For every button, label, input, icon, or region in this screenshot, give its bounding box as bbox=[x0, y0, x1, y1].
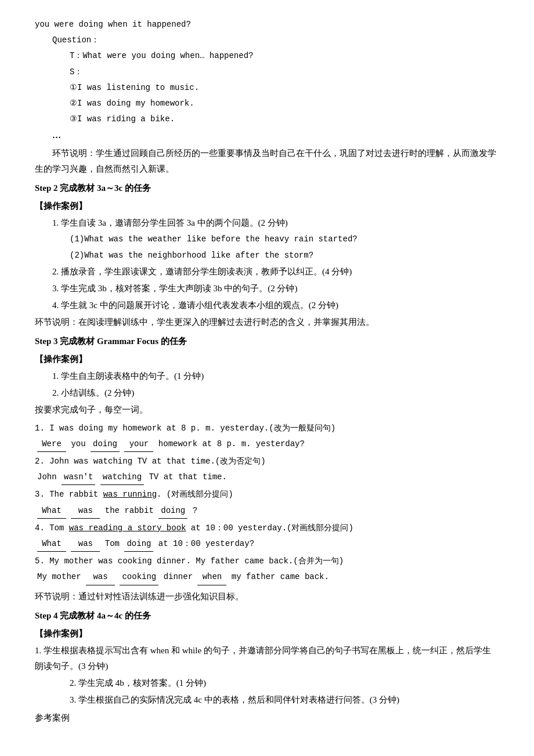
s-answer-2: ②I was doing my homework. bbox=[70, 96, 499, 111]
ex4-blank-1: What bbox=[37, 537, 66, 552]
ex5-blank-1: was bbox=[86, 570, 115, 585]
ex2-answer: John wasn't watching TV at that time. bbox=[35, 470, 499, 485]
question-s: S： bbox=[70, 65, 499, 79]
ex5-text: 5. My mother was cooking dinner. My fath… bbox=[35, 554, 499, 569]
ex2-blank-1: wasn't bbox=[62, 470, 95, 485]
section-note-3: 环节说明：通过针对性语法训练进一步强化知识目标。 bbox=[35, 589, 499, 605]
step2-item-2: (1)What was the weather like before the … bbox=[52, 232, 499, 247]
step4-items: 1. 学生根据表格提示写出含有 when 和 while 的句子，并邀请部分同学… bbox=[35, 643, 499, 708]
exercise-1: 1. I was doing my homework at 8 p. m. ye… bbox=[35, 421, 499, 452]
s-answer-3: ③I was riding a bike. bbox=[70, 112, 499, 126]
ref-example: 参考案例 bbox=[35, 710, 499, 726]
ex2-blank-2: watching bbox=[100, 470, 144, 485]
ex4-blank-2: was bbox=[71, 537, 100, 552]
step2-item-3: (2)What was the neighborhood like after … bbox=[52, 248, 499, 263]
section-note-2: 环节说明：在阅读理解训练中，学生更深入的理解过去进行时态的含义，并掌握其用法。 bbox=[35, 314, 499, 330]
step3-item-2: 2. 小结训练。(2 分钟) bbox=[52, 385, 499, 401]
step4-item-2: 2. 学生完成 4b，核对答案。(1 分钟) bbox=[35, 675, 499, 691]
ex2-text: 2. John was watching TV at that time.(改为… bbox=[35, 454, 499, 469]
ex5-blank-3: when bbox=[197, 570, 226, 585]
ellipsis: … bbox=[52, 128, 499, 143]
ex1-blank-2: doing bbox=[91, 437, 120, 452]
step3-title: Step 3 完成教材 Grammar Focus 的任务 bbox=[35, 334, 499, 349]
ex3-answer: What was the rabbit doing ? bbox=[35, 504, 499, 519]
ex1-blank-1: Were bbox=[37, 437, 66, 452]
intro-line: you were doing when it happened? bbox=[35, 17, 499, 32]
s-answer-1: ①I was listening to music. bbox=[70, 81, 499, 95]
ex1-answer: Were you doing your homework at 8 p. m. … bbox=[35, 437, 499, 452]
ex1-blank-3: your bbox=[124, 437, 153, 452]
ex5-answer: My mother was cooking dinner when my fat… bbox=[35, 570, 499, 585]
ex4-text: 4. Tom was reading a story book at 10：00… bbox=[35, 521, 499, 536]
fill-instruction: 按要求完成句子，每空一词。 bbox=[35, 402, 499, 418]
ex5-blank-2: cooking bbox=[120, 570, 158, 585]
step3-case-title: 【操作案例】 bbox=[35, 352, 499, 367]
exercise-3: 3. The rabbit was running. (对画线部分提问) Wha… bbox=[35, 487, 499, 518]
ex3-blank-1: What bbox=[37, 504, 66, 519]
step4-item-3: 3. 学生根据自己的实际情况完成 4c 中的表格，然后和同伴针对表格进行问答。(… bbox=[35, 692, 499, 708]
ex4-blank-3: doing bbox=[124, 537, 153, 552]
exercise-2: 2. John was watching TV at that time.(改为… bbox=[35, 454, 499, 485]
step2-item-6: 4. 学生就 3c 中的问题展开讨论，邀请小组代表发表本小组的观点。(2 分钟) bbox=[52, 298, 499, 313]
exercise-4: 4. Tom was reading a story book at 10：00… bbox=[35, 521, 499, 552]
section-note-1: 环节说明：学生通过回顾自己所经历的一些重要事情及当时自己在干什么，巩固了对过去进… bbox=[35, 146, 499, 177]
ex4-answer: What was Tom doing at 10：00 yesterday? bbox=[35, 537, 499, 552]
step2-title: Step 2 完成教材 3a～3c 的任务 bbox=[35, 180, 499, 196]
step2-case-title: 【操作案例】 bbox=[35, 198, 499, 214]
step4-case-title: 【操作案例】 bbox=[35, 626, 499, 642]
step4-title: Step 4 完成教材 4a～4c 的任务 bbox=[35, 608, 499, 624]
ex1-text: 1. I was doing my homework at 8 p. m. ye… bbox=[35, 421, 499, 436]
question-label: Question： bbox=[52, 33, 499, 48]
question-t: T：What were you doing when… happened? bbox=[70, 49, 499, 63]
ex3-text: 3. The rabbit was running. (对画线部分提问) bbox=[35, 487, 499, 502]
step2-item-5: 3. 学生完成 3b，核对答案，学生大声朗读 3b 中的句子。(2 分钟) bbox=[52, 281, 499, 296]
ex3-blank-3: doing bbox=[158, 504, 187, 519]
ex3-blank-2: was bbox=[71, 504, 100, 519]
step2-item-1: 1. 学生自读 3a，邀请部分学生回答 3a 中的两个问题。(2 分钟) bbox=[52, 215, 499, 231]
page-content: you were doing when it happened? Questio… bbox=[35, 17, 499, 726]
exercise-5: 5. My mother was cooking dinner. My fath… bbox=[35, 554, 499, 585]
step3-item-1: 1. 学生自主朗读表格中的句子。(1 分钟) bbox=[52, 368, 499, 384]
step2-item-4: 2. 播放录音，学生跟读课文，邀请部分学生朗读表演，教师予以纠正。(4 分钟) bbox=[52, 264, 499, 280]
step4-item-1: 1. 学生根据表格提示写出含有 when 和 while 的句子，并邀请部分同学… bbox=[35, 643, 499, 674]
